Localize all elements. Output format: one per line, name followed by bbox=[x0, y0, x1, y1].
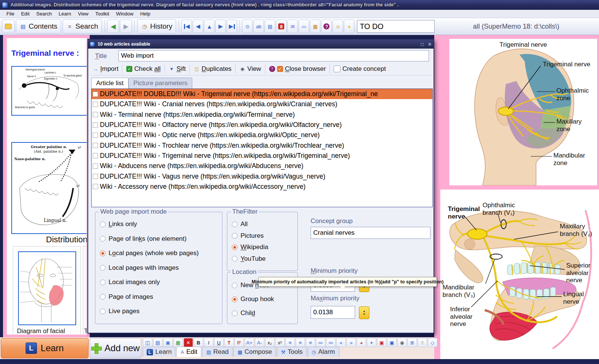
italic-icon[interactable]: I bbox=[204, 338, 213, 347]
color-wheel-icon[interactable]: ◕ bbox=[357, 338, 366, 347]
close-browser-button[interactable]: ? ✓ Close browser bbox=[267, 64, 329, 74]
radio-links-only[interactable]: Links only bbox=[100, 220, 137, 228]
view-button[interactable]: ◉ View bbox=[237, 64, 264, 74]
text-page-icon[interactable]: ▤ bbox=[153, 338, 162, 347]
radio-dot[interactable] bbox=[232, 297, 237, 302]
article-checkbox[interactable] bbox=[93, 164, 98, 169]
shrink-font-icon[interactable]: A- bbox=[255, 338, 264, 347]
radio-dot[interactable] bbox=[100, 309, 106, 314]
max-priority-spinner[interactable]: ▲▼ bbox=[359, 306, 369, 319]
article-checkbox[interactable] bbox=[93, 174, 98, 179]
align-center-icon[interactable]: ≡ bbox=[296, 338, 305, 347]
search-button[interactable]: ⌗ Search bbox=[63, 19, 102, 34]
article-row[interactable]: DUPLICATE!!! Wiki - Cranial nerves (http… bbox=[92, 99, 432, 109]
preview-eye-icon[interactable]: ◉ bbox=[397, 338, 407, 347]
copy-icon[interactable]: ▣ bbox=[163, 338, 173, 347]
fit-screen-icon[interactable]: ◇ bbox=[428, 338, 437, 347]
palatine-sketch-image[interactable]: Greater palatine n. (Ant. palatine n.) N… bbox=[11, 142, 87, 234]
second-thumbnail-partial[interactable]: T y bbox=[83, 246, 87, 335]
radio-dot[interactable] bbox=[100, 236, 106, 242]
radio-dot[interactable] bbox=[232, 222, 237, 227]
sift-button[interactable]: ▼ Sift bbox=[166, 64, 188, 74]
pages-stack-icon[interactable]: ≣ bbox=[408, 338, 417, 347]
article-row[interactable]: DUPLICATE!!! Wiki - Vagus nerve (https:/… bbox=[92, 171, 432, 181]
close-icon[interactable]: ✕ bbox=[426, 41, 434, 47]
numbered-list-icon[interactable]: ≕ bbox=[326, 338, 336, 347]
article-row[interactable]: Wiki - Accessory nerve (https://en.wikip… bbox=[92, 182, 432, 192]
back-button[interactable]: ◀ bbox=[107, 20, 119, 33]
element-params-icon[interactable]: ▣ bbox=[377, 338, 386, 347]
radio-local-pages-with-images[interactable]: Local pages with images bbox=[100, 264, 179, 272]
template-icon[interactable]: ▭ bbox=[299, 20, 309, 33]
align-left-icon[interactable]: ≡ bbox=[285, 338, 295, 347]
bold-icon[interactable]: B bbox=[194, 338, 203, 347]
subscript-icon[interactable]: x₂ bbox=[265, 338, 274, 347]
radio-dot[interactable] bbox=[100, 265, 106, 271]
tab-compose[interactable]: ▩Compose bbox=[233, 347, 276, 357]
radio-dot[interactable] bbox=[232, 233, 237, 239]
superscript-icon[interactable]: x² bbox=[275, 338, 285, 347]
menu-edit[interactable]: Edit bbox=[18, 10, 33, 17]
tab-article-list[interactable]: Article list bbox=[91, 78, 129, 89]
underline-icon[interactable]: U bbox=[214, 338, 224, 347]
radio-dot[interactable] bbox=[100, 222, 106, 227]
concept-group-input[interactable] bbox=[311, 227, 430, 239]
zoom-search-icon[interactable]: ⊙ bbox=[242, 20, 253, 33]
article-row[interactable]: Wiki - Abducens nerve (https://en.wikipe… bbox=[92, 161, 432, 171]
radio-wikipedia[interactable]: Wikipedia bbox=[232, 243, 268, 251]
move-element-icon[interactable]: + bbox=[367, 338, 376, 347]
article-checkbox[interactable] bbox=[93, 184, 98, 189]
article-row[interactable]: DUPLICATE!!! DOUBLED!!! Wiki - Trigemina… bbox=[92, 89, 432, 99]
article-checkbox[interactable] bbox=[93, 92, 98, 97]
menu-search[interactable]: Search bbox=[33, 10, 55, 17]
radio-youtube[interactable]: YouTube bbox=[232, 255, 266, 263]
bullet-list-icon[interactable]: ≔ bbox=[316, 338, 325, 347]
facial-sensory-thumbnail[interactable] bbox=[18, 251, 76, 325]
translate-icon[interactable]: ab bbox=[253, 20, 264, 33]
maximize-icon[interactable]: □ bbox=[418, 41, 426, 47]
radio-dot[interactable] bbox=[232, 310, 237, 316]
align-right-icon[interactable]: ≡ bbox=[306, 338, 315, 347]
radio-page-of-images[interactable]: Page of images bbox=[100, 293, 153, 301]
menu-toolkit[interactable]: Toolkit bbox=[92, 10, 113, 17]
radio-pictures[interactable]: Pictures bbox=[232, 232, 263, 240]
email-icon[interactable]: ✉ bbox=[287, 20, 298, 33]
tab-tools[interactable]: ⚒Tools bbox=[277, 347, 306, 357]
two-pane-icon[interactable]: ◫ bbox=[143, 338, 152, 347]
check-all-button[interactable]: ✓ Check all bbox=[124, 64, 163, 74]
menu-learn[interactable]: Learn bbox=[55, 10, 75, 17]
article-checkbox[interactable] bbox=[93, 143, 98, 148]
article-row[interactable]: Wiki - Terminal nerve (https://en.wikipe… bbox=[92, 110, 432, 120]
contents-button[interactable]: ▤ Contents bbox=[16, 19, 61, 34]
next-element-button[interactable]: ▶ bbox=[215, 20, 226, 33]
radio-local-pages-whole-web-pages[interactable]: Local pages (whole web pages) bbox=[100, 249, 199, 257]
radio-group-hook[interactable]: Group hook bbox=[232, 295, 274, 303]
first-element-button[interactable]: ◀ bbox=[181, 20, 192, 33]
radio-dot[interactable] bbox=[232, 283, 237, 288]
history-button[interactable]: ◷ History bbox=[137, 19, 176, 34]
export-folder-icon[interactable]: ⇧ bbox=[418, 338, 427, 347]
outdent-icon[interactable]: « bbox=[336, 338, 346, 347]
article-checkbox[interactable] bbox=[93, 153, 98, 158]
radio-dot[interactable] bbox=[100, 280, 106, 285]
tab-alarm[interactable]: ◷Alarm bbox=[308, 347, 339, 357]
dialog-titlebar[interactable]: 10 web articles available □ ✕ bbox=[88, 40, 434, 49]
windows-colors-icon[interactable]: ▦ bbox=[310, 20, 320, 33]
learn-button[interactable]: L Learn bbox=[1, 338, 89, 358]
maxillary-sketch-image[interactable]: Meningeal branch Lacrimal n. To lacrimal… bbox=[11, 66, 87, 116]
radio-live-pages[interactable]: Live pages bbox=[100, 307, 139, 315]
trigeminal-branches-image[interactable]: Trigeminal nerve Ophthalmic branch (V₁) … bbox=[440, 190, 599, 359]
article-checkbox[interactable] bbox=[93, 133, 98, 138]
menu-file[interactable]: File bbox=[3, 10, 18, 17]
radio-dot[interactable] bbox=[100, 251, 106, 256]
tab-learn[interactable]: LLearn bbox=[142, 347, 176, 357]
radio-dot[interactable] bbox=[232, 256, 237, 262]
radio-child[interactable]: Child bbox=[232, 309, 255, 317]
article-row[interactable]: DUPLICATE!!! Wiki - Optic nerve (https:/… bbox=[92, 130, 432, 140]
menu-view[interactable]: View bbox=[75, 10, 92, 17]
article-row[interactable]: DUPLICATE!!! Wiki - Trochlear nerve (htt… bbox=[92, 140, 432, 150]
grow-font-icon[interactable]: A+ bbox=[245, 338, 254, 347]
indent-icon[interactable]: » bbox=[346, 338, 356, 347]
previous-element-button[interactable]: ◀ bbox=[193, 20, 203, 33]
help-icon[interactable]: ? bbox=[321, 20, 332, 33]
